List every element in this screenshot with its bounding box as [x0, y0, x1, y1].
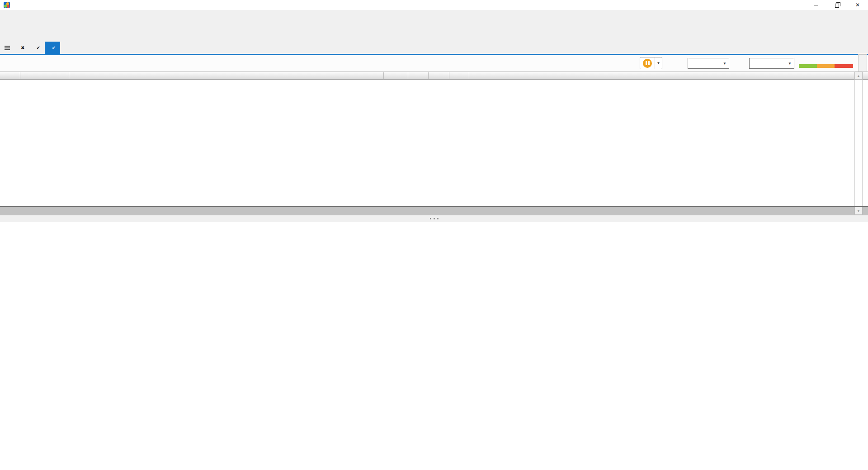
title-bar: ✕: [0, 0, 868, 10]
latency-color-scale: [799, 64, 853, 68]
interval-select[interactable]: ▼: [688, 58, 729, 69]
scroll-up-button[interactable]: ▲: [854, 71, 863, 80]
target-toolbar: ▼ ▼ ▼: [0, 55, 868, 71]
close-button[interactable]: ✕: [847, 0, 868, 10]
target-tab-bar: ✖ ✔ ✔: [0, 42, 868, 54]
focus-select[interactable]: ▼: [749, 58, 794, 69]
restore-button[interactable]: [826, 0, 847, 10]
hamburger-icon[interactable]: [0, 42, 14, 54]
close-icon: ✕: [855, 2, 860, 8]
minimize-icon: [814, 5, 818, 5]
pause-icon[interactable]: [643, 59, 652, 68]
restore-icon: [835, 4, 839, 8]
tab-all-targets[interactable]: ✖: [14, 42, 29, 54]
minimize-button[interactable]: [806, 0, 826, 10]
hop-latency-chart: [470, 80, 854, 206]
trace-table-header: [0, 71, 868, 80]
check-icon: ✔: [36, 45, 40, 50]
tab-ip220-active[interactable]: ✔: [45, 42, 60, 54]
splitter-handle[interactable]: [0, 215, 868, 222]
chevron-down-icon: ▼: [786, 62, 794, 66]
pingplotter-window: ✕ ✖ ✔ ✔: [0, 0, 868, 470]
scroll-down-button[interactable]: ▼: [854, 207, 863, 215]
pause-dropdown-arrow-icon[interactable]: ▼: [655, 57, 662, 69]
app-logo-icon: [4, 2, 10, 8]
add-tab-button[interactable]: [60, 42, 69, 54]
close-icon[interactable]: ✖: [21, 45, 24, 50]
menu-bar: [0, 10, 868, 21]
upgrade-banner: [0, 21, 868, 42]
pause-button-group[interactable]: ▼: [640, 57, 662, 69]
chevron-down-icon: ▼: [721, 62, 729, 66]
tab-fh24-102[interactable]: ✔: [29, 42, 44, 54]
check-icon: ✔: [52, 45, 56, 50]
round-trip-row: [0, 206, 868, 215]
vertical-scrollbar[interactable]: [854, 80, 863, 206]
